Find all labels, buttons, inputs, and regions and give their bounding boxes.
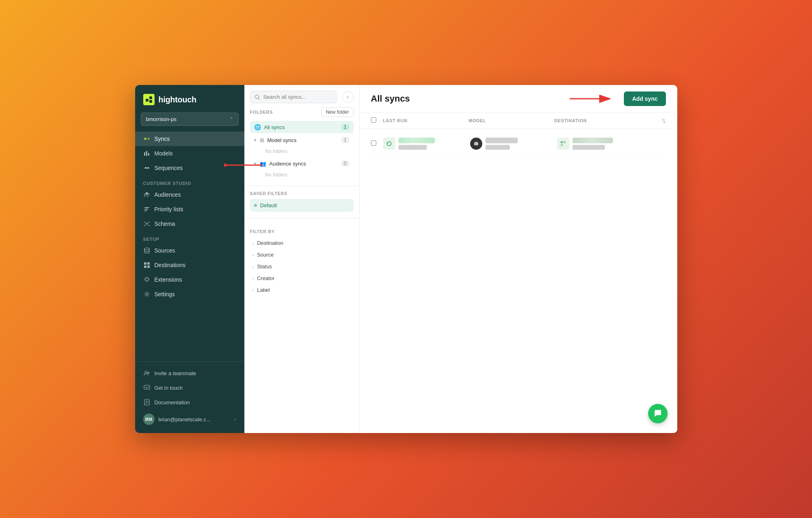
chat-icon — [653, 409, 662, 418]
saved-filters-section: SAVED FILTERS ≡ Default — [244, 191, 359, 213]
user-row[interactable]: BM brian@planetscale.c... › — [135, 410, 244, 429]
svg-rect-1 — [149, 96, 152, 99]
cell-destination — [557, 138, 666, 150]
invite-icon — [143, 369, 151, 377]
filter-status[interactable]: › Status — [250, 261, 354, 272]
dest-detail — [572, 145, 605, 150]
filter-creator-label: Creator — [257, 275, 274, 281]
get-in-touch-icon — [143, 384, 151, 391]
table-body — [360, 129, 677, 159]
svg-rect-2 — [149, 100, 152, 103]
folders-label: FOLDERS — [250, 110, 273, 115]
svg-rect-42 — [561, 141, 563, 143]
search-row: ‹ — [244, 85, 359, 107]
svg-rect-0 — [146, 99, 148, 102]
svg-rect-5 — [144, 152, 145, 156]
add-sync-button[interactable]: Add sync — [624, 91, 666, 106]
dest-icon — [557, 138, 569, 150]
workspace-selector[interactable]: bmorrison-ps ⌃ — [141, 113, 239, 126]
svg-rect-14 — [144, 207, 149, 208]
new-folder-button[interactable]: New folder — [321, 107, 353, 117]
sidebar: hightouch bmorrison-ps ⌃ Syncs — [135, 85, 244, 433]
svg-rect-43 — [564, 141, 566, 143]
main-content: All syncs Add sync LAST RUN — [360, 85, 677, 433]
last-run-value — [399, 138, 435, 143]
chevron-status-icon: › — [252, 264, 254, 269]
sidebar-item-destinations[interactable]: Destinations — [135, 258, 244, 272]
folder-audience-syncs[interactable]: ▾ 👥 Audience syncs 0 — [250, 157, 354, 170]
user-avatar: BM — [143, 414, 155, 425]
svg-point-29 — [146, 293, 148, 295]
filter-creator[interactable]: › Creator — [250, 272, 354, 284]
audience-syncs-icon: 👥 — [260, 161, 266, 167]
audience-syncs-label: Audience syncs — [269, 161, 306, 167]
filter-default[interactable]: ≡ Default — [250, 199, 354, 212]
svg-point-36 — [255, 95, 259, 98]
select-all-checkbox[interactable] — [371, 117, 376, 123]
main-header: All syncs Add sync — [360, 85, 677, 113]
svg-rect-16 — [144, 210, 147, 211]
model-syncs-label: Model syncs — [267, 137, 297, 143]
collapse-button[interactable]: ‹ — [342, 91, 354, 103]
chat-button[interactable] — [648, 404, 668, 423]
sidebar-item-priority-lists[interactable]: Priority lists — [135, 202, 244, 217]
expand-audience-syncs-icon[interactable]: ▾ — [254, 161, 257, 166]
svg-point-3 — [144, 138, 146, 140]
chevron-source-icon: › — [252, 253, 254, 257]
sidebar-item-schema[interactable]: Schema — [135, 217, 244, 231]
sidebar-item-syncs-label: Syncs — [155, 136, 170, 142]
sidebar-item-syncs[interactable]: Syncs — [135, 132, 244, 146]
sort-button[interactable]: ⇅ — [661, 118, 666, 124]
filter-destination[interactable]: › Destination — [250, 237, 354, 249]
last-run-icon — [383, 138, 395, 150]
row-checkbox[interactable] — [371, 140, 376, 146]
svg-point-10 — [147, 167, 149, 169]
expand-model-syncs-icon[interactable]: ▾ — [254, 138, 257, 143]
search-input[interactable] — [263, 94, 332, 100]
model-syncs-icon: ⊞ — [260, 137, 264, 143]
svg-line-22 — [145, 223, 146, 224]
filter-label[interactable]: › Label — [250, 284, 354, 296]
sidebar-item-settings[interactable]: Settings — [135, 287, 244, 301]
svg-point-13 — [148, 193, 150, 195]
model-name — [486, 138, 518, 143]
divider-1 — [244, 186, 359, 186]
sidebar-item-sources[interactable]: Sources — [135, 243, 244, 258]
filter-source-label: Source — [257, 252, 273, 258]
svg-point-18 — [144, 222, 145, 223]
invite-label: Invite a teammate — [155, 370, 196, 376]
filter-source[interactable]: › Source — [250, 249, 354, 261]
svg-point-12 — [144, 193, 146, 195]
red-arrow-annotation — [570, 91, 618, 106]
folder-model-syncs[interactable]: ▾ ⊞ Model syncs 1 — [250, 134, 354, 146]
folder-all-syncs[interactable]: 🌐 All syncs 1 — [250, 121, 354, 133]
sidebar-documentation[interactable]: Documentation — [135, 395, 244, 410]
filter-destination-label: Destination — [257, 240, 283, 246]
sequences-icon — [143, 164, 151, 172]
sidebar-item-audiences-label: Audiences — [155, 191, 181, 198]
documentation-label: Documentation — [155, 399, 190, 405]
col-model: MODEL — [469, 118, 554, 123]
sidebar-item-audiences[interactable]: Audiences — [135, 187, 244, 202]
get-in-touch-label: Get in touch — [155, 385, 183, 391]
globe-icon: 🌐 — [254, 124, 261, 130]
setup-label: SETUP — [135, 231, 244, 243]
sidebar-get-in-touch[interactable]: Get in touch — [135, 380, 244, 395]
sidebar-logo: hightouch — [135, 85, 244, 113]
priority-lists-icon — [143, 206, 151, 213]
svg-rect-31 — [144, 385, 150, 389]
col-destination: DESTINATION — [554, 118, 661, 123]
svg-rect-41 — [475, 142, 477, 143]
destinations-icon — [143, 261, 151, 269]
sidebar-item-models[interactable]: Models — [135, 146, 244, 161]
svg-rect-7 — [148, 153, 149, 156]
sidebar-item-extensions[interactable]: Extensions — [135, 272, 244, 287]
svg-rect-6 — [146, 151, 147, 156]
svg-point-11 — [146, 192, 148, 195]
folders-header: FOLDERS New folder — [250, 107, 354, 117]
all-syncs-count: 1 — [341, 124, 350, 130]
sidebar-invite-teammate[interactable]: Invite a teammate — [135, 366, 244, 380]
svg-point-24 — [144, 248, 149, 250]
logo-text: hightouch — [159, 95, 197, 104]
sidebar-item-sequences[interactable]: Sequences — [135, 161, 244, 175]
